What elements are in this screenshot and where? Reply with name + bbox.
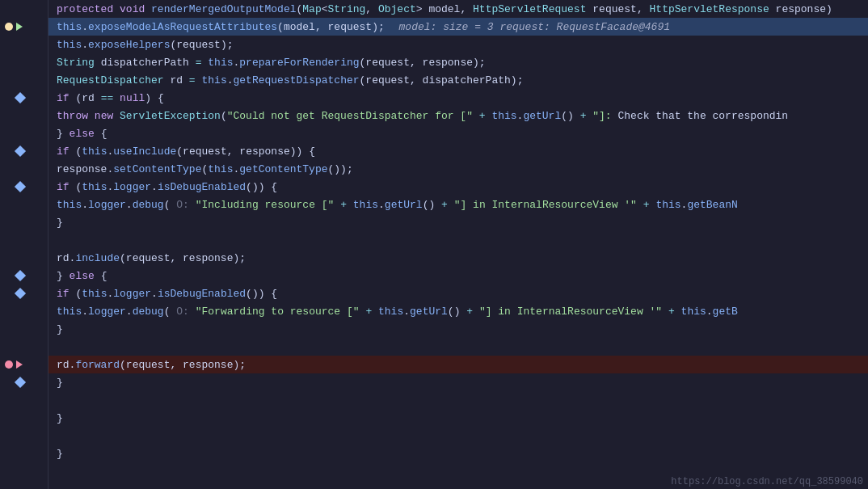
gutter-row-23: [0, 391, 48, 409]
diamond-icon-22: [15, 377, 26, 388]
code-content-3: this.exposeHelpers(request);: [57, 39, 234, 51]
gutter-row-7: [0, 107, 48, 124]
gutter-row-14: [0, 231, 48, 249]
gutter-row-17: [0, 285, 48, 302]
gutter-row-5: [0, 71, 48, 89]
gutter-row-2[interactable]: [0, 18, 48, 36]
code-line-6: if (rd == null) {: [48, 89, 868, 107]
code-area[interactable]: protected void renderMergedOutputModel(M…: [48, 0, 868, 489]
gutter-row-11: [0, 178, 48, 196]
gutter-row-4: [0, 53, 48, 71]
code-line-23: [48, 391, 868, 409]
gutter-row-19: [0, 320, 48, 338]
code-line-24: }: [48, 409, 868, 427]
gutter-row-25: [0, 427, 48, 445]
code-line-11: if (this.logger.isDebugEnabled()) {: [48, 178, 868, 196]
gutter-row-16: [0, 267, 48, 285]
code-content-4: String dispatcherPath = this.prepareForR…: [57, 57, 486, 69]
code-content-22: }: [57, 377, 63, 389]
code-line-20: [48, 338, 868, 356]
gutter-row-6: [0, 89, 48, 107]
code-content-18: this.logger.debug( O: "Forwarding to res…: [57, 306, 738, 318]
debug-arrow-error: [16, 360, 23, 369]
code-content-2: this.exposeModelAsRequestAttributes(mode…: [57, 21, 670, 33]
code-content-5: RequestDispatcher rd = this.getRequestDi…: [57, 74, 523, 86]
code-line-19: }: [48, 320, 868, 338]
gutter-row-18: [0, 302, 48, 320]
code-content-13: }: [57, 217, 63, 229]
code-content-1: protected void renderMergedOutputModel(M…: [57, 3, 832, 15]
gutter-row-1: [0, 0, 48, 18]
code-content-15: rd.include(request, response);: [57, 252, 246, 264]
code-line-8: } else {: [48, 124, 868, 142]
code-content-11: if (this.logger.isDebugEnabled()) {: [57, 181, 277, 193]
code-line-22: }: [48, 373, 868, 391]
code-line-21: rd.forward(request, response);: [48, 356, 868, 373]
url-bar: https://blog.csdn.net/qq_38599040: [666, 474, 868, 489]
code-content-7: throw new ServletException("Could not ge…: [57, 110, 788, 122]
code-line-2: this.exposeModelAsRequestAttributes(mode…: [48, 18, 868, 36]
gutter-row-13: [0, 213, 48, 231]
code-line-17: if (this.logger.isDebugEnabled()) {: [48, 285, 868, 302]
code-line-18: this.logger.debug( O: "Forwarding to res…: [48, 302, 868, 320]
code-content-19: }: [57, 323, 63, 335]
code-content-12: this.logger.debug( O: "Including resourc…: [57, 199, 738, 211]
editor-container: protected void renderMergedOutputModel(M…: [0, 0, 868, 489]
code-content-21: rd.forward(request, response);: [57, 359, 246, 371]
code-line-16: } else {: [48, 267, 868, 285]
gutter-row-20: [0, 338, 48, 356]
diamond-icon-6: [15, 92, 26, 103]
code-line-7: throw new ServletException("Could not ge…: [48, 107, 868, 124]
code-line-25: [48, 427, 868, 445]
code-content-16: } else {: [57, 270, 107, 282]
breakpoint-yellow: [5, 23, 13, 31]
diamond-icon-16: [15, 270, 26, 281]
code-line-14: [48, 231, 868, 249]
code-line-3: this.exposeHelpers(request);: [48, 36, 868, 53]
code-line-13: }: [48, 213, 868, 231]
gutter-row-24: [0, 409, 48, 427]
gutter-row-26: [0, 445, 48, 462]
gutter-row-8: [0, 124, 48, 142]
code-line-9: if (this.useInclude(request, response)) …: [48, 142, 868, 160]
code-content-26: }: [57, 448, 63, 460]
breakpoint-red: [5, 360, 13, 369]
gutter-row-21[interactable]: [0, 356, 48, 373]
code-line-5: RequestDispatcher rd = this.getRequestDi…: [48, 71, 868, 89]
debug-arrow: [16, 23, 23, 31]
gutter-row-12: [0, 196, 48, 213]
gutter-row-22: [0, 373, 48, 391]
gutter-row-3: [0, 36, 48, 53]
url-text: https://blog.csdn.net/qq_38599040: [671, 476, 863, 487]
diamond-icon-17: [15, 288, 26, 299]
code-line-15: rd.include(request, response);: [48, 249, 868, 267]
code-content-10: response.setContentType(this.getContentT…: [57, 163, 353, 175]
diamond-icon-11: [15, 181, 26, 192]
code-line-4: String dispatcherPath = this.prepareForR…: [48, 53, 868, 71]
code-line-12: this.logger.debug( O: "Including resourc…: [48, 196, 868, 213]
code-content-8: } else {: [57, 128, 107, 140]
code-content-17: if (this.logger.isDebugEnabled()) {: [57, 288, 277, 300]
code-content-6: if (rd == null) {: [57, 92, 164, 104]
line-gutter: [0, 0, 48, 489]
gutter-row-9: [0, 142, 48, 160]
gutter-row-15: [0, 249, 48, 267]
code-content-9: if (this.useInclude(request, response)) …: [57, 145, 315, 158]
diamond-icon-9: [15, 145, 26, 157]
code-content-24: }: [57, 412, 63, 424]
code-line-10: response.setContentType(this.getContentT…: [48, 160, 868, 178]
code-line-26: }: [48, 445, 868, 462]
gutter-row-10: [0, 160, 48, 178]
code-line-1: protected void renderMergedOutputModel(M…: [48, 0, 868, 18]
